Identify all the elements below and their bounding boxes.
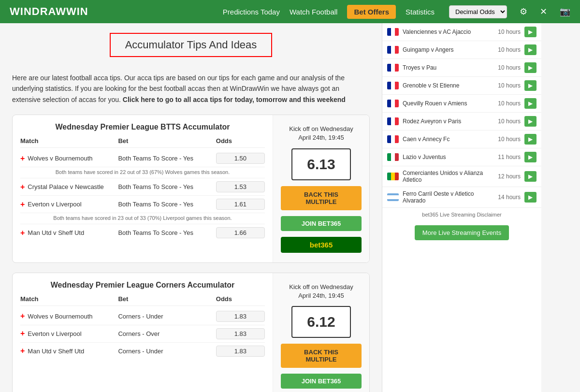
hours-text: 11 hours <box>498 154 521 160</box>
bet-type: Corners - Under <box>118 348 216 355</box>
plus-icon: + <box>20 229 25 237</box>
match-name: Guingamp v Angers <box>403 46 494 53</box>
match-name: Man Utd v Sheff Utd <box>28 229 84 236</box>
flag-icon <box>387 135 399 143</box>
odds-badge: 1.53 <box>216 181 265 192</box>
hours-text: 10 hours <box>498 64 521 71</box>
logo: WINDRAWWIN <box>10 5 88 18</box>
hours-text: 14 hours <box>498 194 521 201</box>
odds-display: 6.13 <box>291 148 350 180</box>
match-name: Caen v Annecy Fc <box>403 136 494 143</box>
hours-text: 10 hours <box>498 118 521 125</box>
match-name: Troyes v Pau <box>403 64 494 71</box>
play-button[interactable]: ▶ <box>524 27 536 37</box>
play-button[interactable]: ▶ <box>524 152 536 162</box>
list-item: Valenciennes v AC Ajaccio 10 hours ▶ <box>382 23 541 41</box>
col-odds: Odds <box>216 295 265 303</box>
list-item: Guingamp v Angers 10 hours ▶ <box>382 41 541 59</box>
bet-type: Corners - Under <box>118 313 216 320</box>
flag-icon <box>387 28 399 36</box>
list-item: Ferro Carril Oeste v Atletico Alvarado 1… <box>382 187 541 208</box>
odds-select[interactable]: Decimal Odds <box>449 5 507 18</box>
bet-type: Corners - Over <box>118 330 216 337</box>
table-row: + Crystal Palace v Newcastle Both Teams … <box>20 178 265 196</box>
flag-icon <box>387 173 399 180</box>
plus-icon: + <box>20 183 25 191</box>
x-icon[interactable]: ✕ <box>540 6 547 17</box>
acca1-title: Wednesday Premier League BTTS Accumulato… <box>20 123 265 131</box>
match-name: Grenoble v St Etienne <box>403 82 494 89</box>
flag-icon <box>387 153 399 161</box>
join-bet365-button[interactable]: JOIN BET365 <box>281 216 362 231</box>
table-row: + Man Utd v Sheff Utd Corners - Under 1.… <box>20 343 265 360</box>
disclaimer: bet365 Live Streaming Disclaimer <box>382 208 541 221</box>
play-button[interactable]: ▶ <box>524 116 536 127</box>
play-button[interactable]: ▶ <box>524 80 536 91</box>
odds-badge: 1.50 <box>216 153 265 164</box>
match-name: Wolves v Bournemouth <box>28 313 92 320</box>
table-row: + Everton v Liverpool Corners - Over 1.8… <box>20 325 265 343</box>
match-name: Crystal Palace v Newcastle <box>28 183 104 190</box>
play-button[interactable]: ▶ <box>524 192 536 203</box>
match-name: Lazio v Juventus <box>403 154 494 160</box>
hours-text: 10 hours <box>498 100 521 107</box>
match-name: Rodez Aveyron v Paris <box>403 118 494 125</box>
hours-text: 10 hours <box>498 46 521 53</box>
list-item: Lazio v Juventus 11 hours ▶ <box>382 148 541 166</box>
nav-bet-offers[interactable]: Bet Offers <box>347 5 396 19</box>
match-name: Ferro Carril Oeste v Atletico Alvarado <box>403 190 494 204</box>
bet-type: Both Teams To Score - Yes <box>118 155 216 162</box>
join-bet365-button[interactable]: JOIN BET365 <box>281 374 362 389</box>
flag-icon <box>387 100 399 107</box>
more-streaming-button[interactable]: More Live Streaming Events <box>415 225 509 240</box>
acca-card-2: Wednesday Premier League Corners Accumul… <box>12 273 370 392</box>
flag-icon <box>387 82 399 89</box>
match-name: Everton v Liverpool <box>28 201 81 208</box>
nav-predictions[interactable]: Predictions Today <box>223 8 280 16</box>
plus-icon: + <box>20 329 25 338</box>
play-button[interactable]: ▶ <box>524 98 536 109</box>
flag-icon <box>387 117 399 125</box>
list-item: Comerciantes Unidos v Alianza Atletico 1… <box>382 166 541 187</box>
plus-icon: + <box>20 347 25 355</box>
bet-type: Both Teams To Score - Yes <box>118 201 216 208</box>
list-item: Quevilly Rouen v Amiens 10 hours ▶ <box>382 95 541 113</box>
nav-watch[interactable]: Watch Football <box>290 8 338 16</box>
intro-text: Here are our latest football acca tips. … <box>12 73 370 105</box>
nav-statistics[interactable]: Statistics <box>406 8 435 16</box>
hours-text: 10 hours <box>498 29 521 35</box>
bet365-button[interactable]: bet365 <box>281 237 362 253</box>
col-bet: Bet <box>118 137 216 145</box>
plus-icon: + <box>20 200 25 209</box>
list-item: Caen v Annecy Fc 10 hours ▶ <box>382 131 541 148</box>
sidebar: Valenciennes v AC Ajaccio 10 hours ▶ Gui… <box>382 23 541 392</box>
kickoff-info: Kick off on WednesdayApril 24th, 19:45 <box>289 125 353 142</box>
col-bet: Bet <box>118 295 216 303</box>
page-title-box: Accumulator Tips And Ideas <box>110 33 273 57</box>
col-match: Match <box>20 137 118 145</box>
play-button[interactable]: ▶ <box>524 62 536 73</box>
play-button[interactable]: ▶ <box>524 134 536 145</box>
flag-icon <box>387 193 399 201</box>
match-name: Comerciantes Unidos v Alianza Atletico <box>403 170 494 183</box>
hours-text: 10 hours <box>498 136 521 143</box>
odds-display: 6.12 <box>291 306 350 338</box>
stat-note: Both teams have scored in 22 out of 33 (… <box>20 167 265 178</box>
list-item: Grenoble v St Etienne 10 hours ▶ <box>382 77 541 95</box>
match-name: Wolves v Bournemouth <box>28 155 92 162</box>
odds-badge: 1.83 <box>216 346 265 357</box>
table-row: + Everton v Liverpool Both Teams To Scor… <box>20 196 265 213</box>
play-button[interactable]: ▶ <box>524 171 536 182</box>
odds-badge: 1.83 <box>216 311 265 322</box>
gear-icon[interactable]: ⚙ <box>520 6 527 17</box>
flag-icon <box>387 46 399 54</box>
back-multiple-button[interactable]: BACK THIS MULTIPLE <box>281 186 362 210</box>
match-name: Man Utd v Sheff Utd <box>28 348 84 355</box>
instagram-icon[interactable]: 📷 <box>560 6 570 17</box>
play-button[interactable]: ▶ <box>524 44 536 55</box>
back-multiple-button[interactable]: BACK THIS MULTIPLE <box>281 344 362 368</box>
bet-type: Both Teams To Score - Yes <box>118 229 216 236</box>
flag-icon <box>387 64 399 72</box>
kickoff-info: Kick off on WednesdayApril 24th, 19:45 <box>289 283 353 300</box>
table-row: + Wolves v Bournemouth Both Teams To Sco… <box>20 150 265 167</box>
